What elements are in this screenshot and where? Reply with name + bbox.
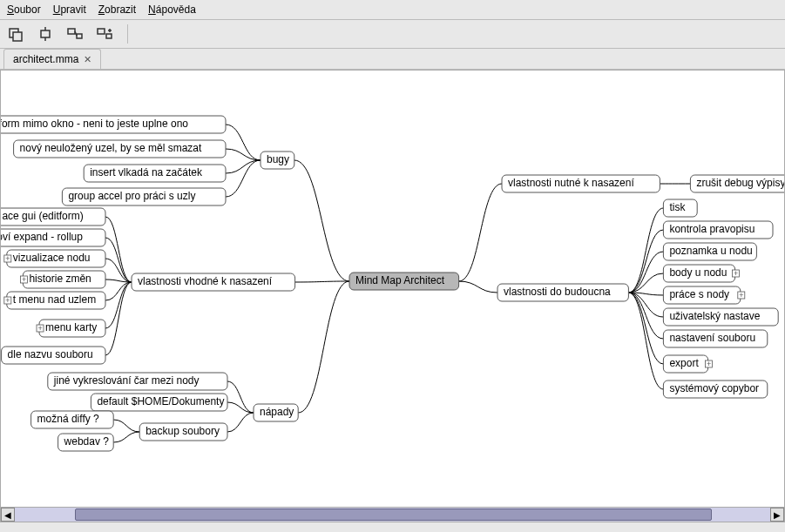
node-budoucna-3[interactable]: body u nodu+ bbox=[663, 265, 739, 282]
mindmap-canvas[interactable]: Mind Map Architectbugyeditform mimo okno… bbox=[0, 70, 785, 522]
node-vhodne-0[interactable]: ace gui (editform) bbox=[1, 208, 105, 226]
svg-text:+: + bbox=[734, 269, 738, 278]
node-napady-1[interactable]: default $HOME/Dokumenty bbox=[91, 394, 227, 411]
node-napady-0-label: jiné vykreslování čar mezi nody bbox=[53, 374, 200, 387]
scroll-left-icon[interactable]: ◀ bbox=[1, 508, 15, 522]
node-napady-1-label: default $HOME/Dokumenty bbox=[97, 395, 224, 407]
node-budoucna-5-label: uživatelský nastave bbox=[669, 310, 760, 322]
menu-edit[interactable]: Upravit bbox=[53, 3, 86, 16]
node-budoucna-0-label: tisk bbox=[669, 201, 686, 213]
tab-architect[interactable]: architect.mma ✕ bbox=[3, 49, 101, 69]
scroll-right-icon[interactable]: ▶ bbox=[770, 508, 784, 522]
svg-rect-2 bbox=[41, 30, 50, 37]
svg-text:+: + bbox=[38, 324, 43, 333]
node-backup-0-label: možná diffy ? bbox=[37, 413, 99, 425]
toolbar-btn-4[interactable] bbox=[94, 24, 115, 44]
svg-rect-6 bbox=[77, 34, 82, 38]
node-bugy-3[interactable]: group accel pro práci s uzly bbox=[62, 188, 226, 205]
node-backup-1-label: webdav ? bbox=[64, 435, 110, 448]
node-bugy-2-label: insert vlkadá na začátek bbox=[90, 166, 203, 178]
node-napady-0[interactable]: jiné vykreslování čar mezi nody bbox=[48, 373, 227, 390]
node-budoucna-8[interactable]: systémový copybor bbox=[663, 380, 767, 398]
node-bugy[interactable]: bugy bbox=[261, 152, 294, 169]
node-bugy-0[interactable]: editform mimo okno - neni to jeste uplne… bbox=[1, 116, 226, 133]
node-bugy-0-label: editform mimo okno - neni to jeste uplne… bbox=[1, 118, 188, 130]
toolbar-btn-3[interactable] bbox=[64, 24, 85, 44]
node-budoucna-1[interactable]: kontrola pravopisu bbox=[663, 221, 773, 239]
node-napady[interactable]: nápady bbox=[254, 404, 298, 421]
svg-text:+: + bbox=[5, 296, 10, 305]
node-bugy-1-label: nový neuložený uzel, by se měl smazat bbox=[20, 142, 202, 154]
node-vhodne-2-label: vizualizace nodu bbox=[13, 252, 91, 264]
node-vhodne-3[interactable]: historie změn+ bbox=[20, 271, 105, 288]
node-vhodne-3-label: historie změn bbox=[29, 273, 91, 285]
node-nutne-0-label: zrušit debug výpisy bbox=[696, 177, 784, 189]
scroll-track[interactable] bbox=[15, 508, 770, 522]
node-vhodne[interactable]: vlastnosti vhodné k nasazení bbox=[132, 273, 295, 291]
node-backup-0[interactable]: možná diffy ? bbox=[31, 411, 114, 428]
node-vhodne-1[interactable]: oví expand - rollup bbox=[1, 229, 105, 246]
node-napady-2-label: backup soubory bbox=[145, 425, 220, 437]
node-bugy-2[interactable]: insert vlkadá na začátek bbox=[84, 165, 226, 182]
toolbar-btn-2[interactable] bbox=[35, 24, 56, 44]
node-vhodne-5[interactable]: menu karty+ bbox=[37, 320, 105, 337]
svg-rect-7 bbox=[98, 29, 105, 34]
node-bugy-3-label: group accel pro práci s uzly bbox=[68, 190, 195, 202]
node-vhodne-6-label: dle nazvu souboru bbox=[8, 348, 93, 360]
tab-label: architect.mma bbox=[13, 53, 78, 65]
node-bugy-label: bugy bbox=[267, 153, 289, 165]
node-budoucna-4[interactable]: práce s nody+ bbox=[663, 286, 744, 304]
node-vhodne-1-label: oví expand - rollup bbox=[1, 231, 83, 243]
node-nutne-0[interactable]: zrušit debug výpisy bbox=[690, 175, 784, 192]
svg-text:+: + bbox=[707, 360, 711, 368]
toolbar-sep bbox=[127, 24, 128, 44]
node-vhodne-0-label: ace gui (editform) bbox=[2, 210, 83, 222]
node-budoucna-7[interactable]: export+ bbox=[663, 355, 712, 373]
node-vhodne-4-label: t menu nad uzlem bbox=[13, 293, 96, 306]
svg-rect-1 bbox=[13, 32, 22, 41]
svg-text:+: + bbox=[22, 275, 26, 284]
menu-help[interactable]: Nápověda bbox=[148, 3, 196, 16]
menubar: Soubor Upravit Zobrazit Nápověda bbox=[0, 0, 785, 20]
svg-rect-8 bbox=[106, 34, 112, 38]
node-budoucna[interactable]: vlastnosti do budoucna bbox=[497, 284, 628, 301]
node-budoucna-2[interactable]: poznamka u nodu bbox=[663, 243, 756, 260]
node-vhodne-5-label: menu karty bbox=[45, 321, 97, 333]
node-bugy-1[interactable]: nový neuložený uzel, by se měl smazat bbox=[14, 140, 226, 158]
node-vhodne-label: vlastnosti vhodné k nasazení bbox=[138, 275, 273, 287]
tabbar: architect.mma ✕ bbox=[0, 49, 785, 70]
root-node[interactable]: Mind Map Architect bbox=[349, 273, 459, 290]
node-budoucna-4-label: práce s nody bbox=[669, 288, 729, 300]
node-budoucna-6-label: nastavení souboru bbox=[669, 332, 755, 344]
node-budoucna-1-label: kontrola pravopisu bbox=[669, 223, 755, 235]
hscrollbar[interactable]: ◀ ▶ bbox=[1, 507, 784, 522]
node-budoucna-label: vlastnosti do budoucna bbox=[504, 286, 611, 298]
node-budoucna-0[interactable]: tisk bbox=[663, 199, 697, 217]
toolbar bbox=[0, 20, 785, 49]
node-budoucna-6[interactable]: nastavení souboru bbox=[663, 330, 767, 347]
menu-view[interactable]: Zobrazit bbox=[98, 3, 136, 16]
scroll-thumb[interactable] bbox=[75, 508, 711, 521]
node-budoucna-3-label: body u nodu bbox=[669, 266, 727, 279]
node-budoucna-8-label: systémový copybor bbox=[669, 382, 759, 394]
node-napady-label: nápady bbox=[260, 406, 294, 418]
menu-file[interactable]: Soubor bbox=[7, 3, 41, 16]
node-vhodne-2[interactable]: vizualizace nodu+ bbox=[4, 250, 105, 267]
node-nutne[interactable]: vlastnosti nutné k nasazení bbox=[502, 175, 660, 192]
node-vhodne-4[interactable]: t menu nad uzlem+ bbox=[4, 292, 105, 309]
svg-text:+: + bbox=[739, 291, 743, 300]
tab-close-icon[interactable]: ✕ bbox=[84, 54, 91, 65]
root-node-label: Mind Map Architect bbox=[355, 274, 445, 286]
mindmap-svg: Mind Map Architectbugyeditform mimo okno… bbox=[1, 71, 784, 509]
node-budoucna-2-label: poznamka u nodu bbox=[669, 245, 752, 257]
node-vhodne-6[interactable]: dle nazvu souboru bbox=[2, 347, 105, 364]
node-backup-1[interactable]: webdav ? bbox=[58, 434, 114, 451]
node-nutne-label: vlastnosti nutné k nasazení bbox=[508, 177, 634, 189]
node-budoucna-5[interactable]: uživatelský nastave bbox=[663, 308, 778, 326]
node-napady-2[interactable]: backup soubory bbox=[139, 423, 227, 441]
svg-rect-5 bbox=[68, 29, 75, 34]
svg-text:+: + bbox=[5, 254, 10, 263]
toolbar-btn-1[interactable] bbox=[5, 24, 26, 44]
node-budoucna-7-label: export bbox=[669, 357, 699, 369]
